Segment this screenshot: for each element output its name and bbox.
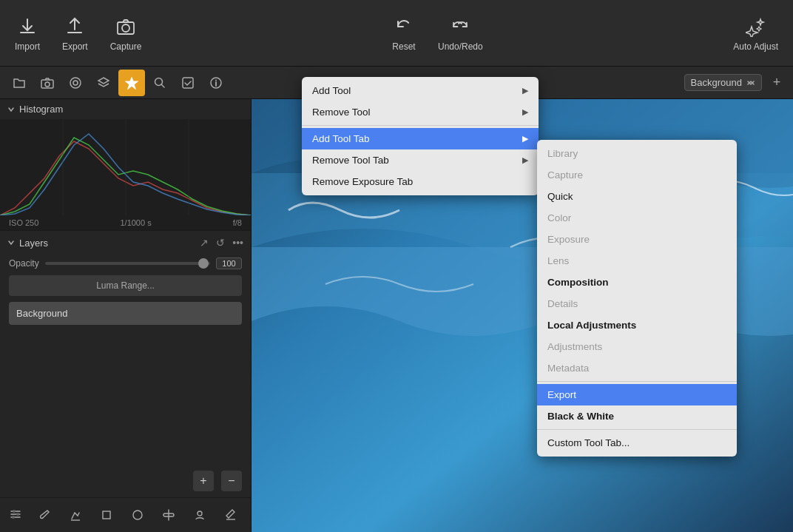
eraser-tool[interactable]: [220, 504, 242, 526]
remove-tool-tab-label: Remove Tool Tab: [312, 155, 389, 166]
tab-info[interactable]: [203, 70, 229, 96]
circle-tool[interactable]: [126, 504, 149, 526]
opacity-value[interactable]: 100: [216, 257, 242, 269]
adjustments-label: Adjustments: [547, 341, 602, 352]
submenu-details: Details: [537, 293, 737, 314]
submenu-separator-2: [537, 429, 737, 430]
menu-separator: [302, 125, 539, 126]
export-button[interactable]: Export: [62, 15, 88, 52]
local-adjustments-label: Local Adjustments: [547, 320, 636, 331]
history-icon[interactable]: ↺: [216, 237, 225, 249]
import-button[interactable]: Import: [15, 15, 40, 52]
tab-folder[interactable]: [6, 70, 33, 96]
exposure-label: Exposure: [547, 234, 590, 245]
layers-header-icons: ↗ ↺ •••: [200, 237, 243, 249]
submenu-metadata: Metadata: [537, 357, 737, 379]
menu-item-remove-tool-tab[interactable]: Remove Tool Tab ▶: [302, 149, 539, 171]
add-layer-button[interactable]: +: [193, 471, 214, 491]
submenu-adjustments: Adjustments: [537, 336, 737, 357]
color-label: Color: [547, 212, 571, 223]
layer-name: Background: [16, 308, 67, 319]
capture-label: Capture: [547, 169, 583, 181]
chevron-down-icon: [7, 106, 15, 113]
submenu-separator-1: [537, 381, 737, 382]
layers-header: Layers ↗ ↺ •••: [0, 231, 251, 255]
undo-redo-icon: [448, 15, 472, 38]
menu-item-remove-tool[interactable]: Remove Tool ▶: [302, 101, 539, 123]
svg-point-16: [12, 516, 15, 519]
opacity-label: Opacity: [9, 258, 39, 269]
arrow-icon: ▶: [522, 155, 528, 165]
opacity-slider[interactable]: [45, 262, 210, 265]
menu-item-remove-exposure-tab[interactable]: Remove Exposure Tab: [302, 171, 539, 192]
aperture-value: f/8: [233, 218, 242, 227]
list-item[interactable]: Background: [9, 302, 242, 325]
histogram-info: ISO 250 1/1000 s f/8: [0, 215, 251, 230]
reset-label: Reset: [392, 41, 415, 52]
submenu-custom-tool-tab[interactable]: Custom Tool Tab...: [537, 432, 737, 454]
tab-check[interactable]: [175, 70, 201, 96]
reset-button[interactable]: Reset: [392, 15, 416, 52]
submenu-quick[interactable]: Quick: [537, 186, 737, 207]
layers-title: Layers: [19, 238, 48, 249]
bottom-toolbar: [0, 497, 251, 532]
capture-button[interactable]: Capture: [110, 15, 142, 52]
reset-icon: [392, 15, 416, 38]
shutter-value: 1/1000 s: [120, 218, 151, 227]
link-icon[interactable]: ↗: [200, 237, 209, 249]
shape-tool[interactable]: [95, 504, 118, 526]
auto-adjust-button[interactable]: Auto Adjust: [733, 15, 778, 52]
background-label: Background: [691, 77, 742, 88]
luma-range-label: Luma Range...: [96, 280, 155, 291]
import-icon: [16, 15, 39, 38]
undo-redo-label: Undo/Redo: [438, 41, 483, 52]
arrow-icon: ▶: [522, 86, 528, 95]
import-label: Import: [15, 41, 40, 52]
levels-icon[interactable]: [9, 508, 22, 523]
submenu-black-white[interactable]: Black & White: [537, 405, 737, 427]
tab-camera[interactable]: [34, 70, 61, 96]
lens-label: Lens: [547, 255, 569, 266]
left-panel: Histogram ISO 250 1/1000 s: [0, 99, 252, 532]
menu-item-add-tool-tab[interactable]: Add Tool Tab ▶: [302, 128, 539, 149]
tab-star[interactable]: [118, 70, 145, 96]
tab-circle[interactable]: [62, 70, 89, 96]
submenu-composition[interactable]: Composition: [537, 272, 737, 293]
healing-tool[interactable]: [158, 504, 180, 526]
remove-layer-button[interactable]: −: [221, 471, 242, 491]
layers-chevron-icon: [7, 239, 15, 246]
auto-adjust-icon: [744, 15, 768, 38]
menu-item-add-tool[interactable]: Add Tool ▶: [302, 80, 539, 101]
submenu-local-adjustments[interactable]: Local Adjustments: [537, 314, 737, 336]
capture-label: Capture: [110, 41, 142, 52]
svg-point-10: [215, 79, 217, 81]
add-tab-icon: +: [773, 75, 781, 90]
capture-icon: [114, 15, 138, 38]
layers-section: Layers ↗ ↺ ••• Opacity 100 Luma Range...…: [0, 231, 251, 532]
luma-range-button[interactable]: Luma Range...: [9, 275, 242, 296]
background-select[interactable]: Background: [684, 74, 762, 91]
undo-redo-button[interactable]: Undo/Redo: [438, 15, 483, 52]
opacity-thumb[interactable]: [198, 258, 209, 269]
gradient-tool[interactable]: [64, 504, 87, 526]
add-tab-button[interactable]: +: [766, 73, 787, 93]
svg-point-4: [70, 78, 81, 88]
tab-search[interactable]: [146, 70, 173, 96]
opacity-row: Opacity 100: [0, 255, 251, 272]
svg-marker-6: [126, 78, 138, 89]
histogram-title: Histogram: [19, 104, 63, 115]
more-icon[interactable]: •••: [232, 237, 243, 249]
submenu-library: Library: [537, 143, 737, 164]
submenu-export[interactable]: Export: [537, 384, 737, 405]
brush-tool[interactable]: [33, 504, 55, 526]
remove-exposure-tab-label: Remove Exposure Tab: [312, 176, 413, 187]
tab-layers[interactable]: [90, 70, 117, 96]
svg-point-20: [198, 511, 202, 516]
histogram-header: Histogram: [0, 99, 251, 119]
custom-tool-tab-label: Custom Tool Tab...: [547, 437, 630, 448]
histogram-canvas: [0, 119, 251, 215]
library-label: Library: [547, 148, 578, 159]
metadata-label: Metadata: [547, 363, 589, 374]
iso-value: ISO 250: [9, 218, 38, 227]
stamp-tool[interactable]: [189, 504, 211, 526]
